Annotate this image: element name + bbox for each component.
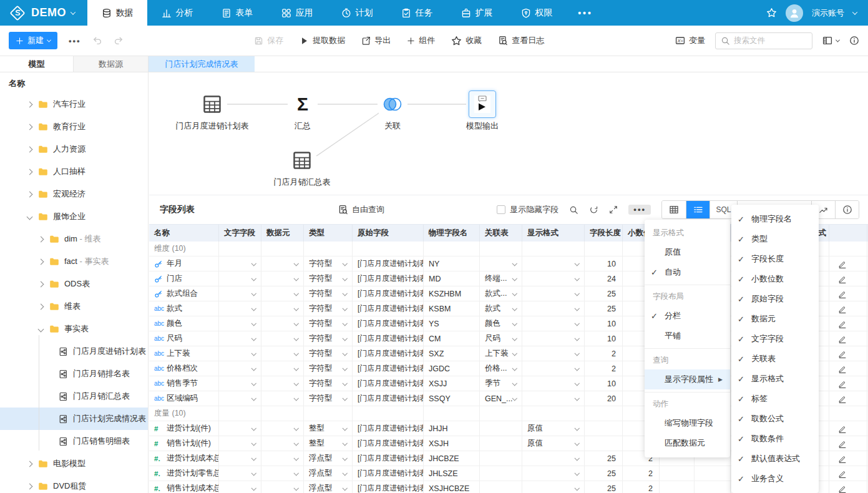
favorite-button[interactable]: 收藏 — [451, 35, 482, 46]
text-field-select[interactable] — [219, 301, 261, 316]
field-name-cell[interactable]: abc上下装 — [149, 346, 219, 361]
menu-item-原值[interactable]: 原值 — [645, 242, 730, 262]
data-element-select[interactable] — [261, 256, 304, 271]
edit-cell[interactable] — [829, 301, 867, 316]
data-element-select[interactable] — [261, 481, 304, 493]
sidebar-item-fact[interactable]: fact - 事实表 — [0, 250, 148, 273]
sidebar-item-门店月销排名表[interactable]: 门店月销排名表 — [0, 363, 148, 385]
search-input[interactable] — [734, 36, 807, 45]
display-format-select[interactable] — [522, 256, 585, 271]
tab-datasource[interactable]: 数据源 — [74, 56, 149, 72]
display-format-select[interactable] — [522, 451, 585, 466]
data-element-select[interactable] — [261, 301, 304, 316]
display-format-select[interactable] — [522, 361, 585, 376]
edit-cell[interactable] — [829, 436, 867, 451]
edit-cell[interactable] — [829, 481, 867, 493]
display-format-select[interactable] — [522, 481, 585, 493]
submenu-item-文字字段[interactable]: ✓文字字段 — [731, 329, 819, 349]
submenu-item-默认值表达式[interactable]: ✓默认值表达式 — [731, 449, 819, 469]
panel-toggle-button[interactable] — [822, 36, 839, 46]
menu-item-平铺[interactable]: 平铺 — [645, 326, 730, 346]
relation-table-select[interactable]: 季节 — [480, 376, 522, 391]
data-element-select[interactable] — [261, 376, 304, 391]
view-log-button[interactable]: 查看日志 — [498, 35, 544, 46]
extract-data-button[interactable]: 提取数据 — [300, 35, 345, 46]
show-hidden-fields-checkbox[interactable]: 显示隐藏字段 — [497, 204, 558, 215]
relation-table-select[interactable]: 款式... — [480, 286, 522, 301]
canvas-node-门店月度进销计划表[interactable] — [198, 90, 226, 118]
type-select[interactable]: 字符型 — [304, 361, 353, 376]
submenu-item-小数位数[interactable]: ✓小数位数 — [731, 269, 819, 289]
chevron-right-icon[interactable] — [27, 191, 33, 197]
sidebar-item-人口抽样[interactable]: 人口抽样 — [0, 160, 148, 183]
field-name-cell[interactable]: #.进货计划零售总额 — [149, 466, 219, 481]
display-format-select[interactable] — [522, 346, 585, 361]
edit-pencil-icon[interactable] — [838, 484, 847, 493]
field-name-cell[interactable]: abc颜色 — [149, 316, 219, 331]
refresh-button[interactable] — [589, 205, 598, 215]
type-select[interactable]: 字符型 — [304, 346, 353, 361]
data-element-select[interactable] — [261, 331, 304, 346]
menu-item-自动[interactable]: ✓自动 — [645, 262, 730, 282]
data-element-select[interactable] — [261, 346, 304, 361]
edit-pencil-icon[interactable] — [838, 305, 847, 313]
info-button[interactable] — [849, 36, 859, 46]
field-name-cell[interactable]: abc尺码 — [149, 331, 219, 346]
edit-pencil-icon[interactable] — [838, 290, 847, 298]
data-element-select[interactable] — [261, 421, 304, 436]
field-name-cell[interactable]: 年月 — [149, 256, 219, 271]
display-format-select[interactable]: 原值 — [522, 436, 585, 451]
text-field-select[interactable] — [219, 286, 261, 301]
type-select[interactable]: 字符型 — [304, 271, 353, 286]
redo-button[interactable] — [114, 36, 124, 46]
data-element-select[interactable] — [261, 361, 304, 376]
edit-cell[interactable] — [829, 421, 867, 436]
nav-tab-3[interactable]: 应用 — [267, 0, 327, 26]
workspace-switcher[interactable]: DEMO — [0, 0, 87, 26]
edit-pencil-icon[interactable] — [838, 469, 847, 478]
sidebar-item-教育行业[interactable]: 教育行业 — [0, 115, 148, 138]
relation-table-select[interactable]: 价格... — [480, 361, 522, 376]
type-select[interactable]: 字符型 — [304, 316, 353, 331]
edit-pencil-icon[interactable] — [838, 424, 847, 433]
field-name-cell[interactable]: abc销售季节 — [149, 376, 219, 391]
edit-cell[interactable] — [829, 286, 867, 301]
text-field-select[interactable] — [219, 391, 261, 406]
nav-more-button[interactable]: ••• — [567, 0, 604, 26]
text-field-select[interactable] — [219, 346, 261, 361]
display-format-select[interactable] — [522, 466, 585, 481]
sidebar-item-人力资源[interactable]: 人力资源 — [0, 138, 148, 160]
edit-pencil-icon[interactable] — [838, 334, 847, 343]
chevron-down-icon[interactable] — [38, 326, 44, 332]
type-select[interactable]: 字符型 — [304, 376, 353, 391]
edit-cell[interactable] — [829, 451, 867, 466]
submenu-item-取数条件[interactable]: ✓取数条件 — [731, 429, 819, 449]
field-name-cell[interactable]: 门店 — [149, 271, 219, 286]
sidebar-item-服饰企业[interactable]: 服饰企业 — [0, 205, 148, 228]
canvas-node-模型输出[interactable] — [469, 90, 496, 118]
chevron-right-icon[interactable] — [38, 281, 44, 287]
chevron-right-icon[interactable] — [38, 258, 44, 265]
text-field-select[interactable] — [219, 361, 261, 376]
edit-pencil-icon[interactable] — [838, 275, 847, 283]
display-format-select[interactable] — [522, 376, 585, 391]
edit-cell[interactable] — [829, 346, 867, 361]
canvas-node-门店月销汇总表[interactable] — [288, 147, 316, 174]
canvas-node-汇总[interactable]: Σ — [289, 90, 316, 118]
chevron-right-icon[interactable] — [38, 236, 44, 242]
text-field-select[interactable] — [219, 451, 261, 466]
submenu-item-类型[interactable]: ✓类型 — [731, 229, 819, 249]
submenu-item-业务含义[interactable]: ✓业务含义 — [731, 469, 819, 489]
field-name-cell[interactable]: abc区域编码 — [149, 391, 219, 406]
nav-tab-4[interactable]: 计划 — [327, 0, 387, 26]
field-more-button[interactable]: ••• — [628, 205, 651, 215]
sidebar-item-dim[interactable]: dim - 维表 — [0, 228, 148, 250]
menu-item-显示字段属性[interactable]: 显示字段属性▶ — [645, 369, 730, 389]
data-element-select[interactable] — [261, 286, 304, 301]
sidebar-item-门店销售明细表[interactable]: 门店销售明细表 — [0, 430, 148, 452]
nav-tab-0[interactable]: 数据 — [87, 0, 147, 26]
submenu-item-原始字段[interactable]: ✓原始字段 — [731, 289, 819, 309]
field-name-cell[interactable]: #销售计划(件) — [149, 436, 219, 451]
chevron-right-icon[interactable] — [38, 303, 44, 310]
undo-button[interactable] — [92, 36, 102, 46]
